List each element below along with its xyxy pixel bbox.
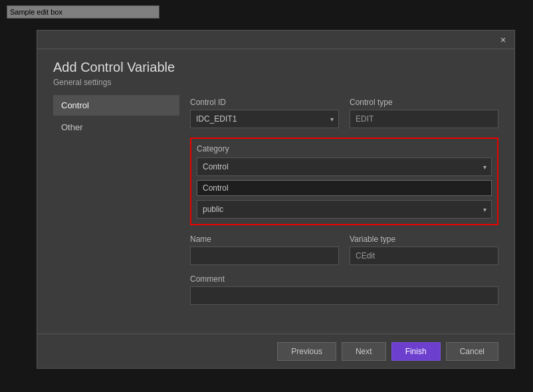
top-fields-row: Control ID IDC_EDIT1 Control type	[190, 98, 498, 128]
variable-type-label: Variable type	[350, 235, 498, 244]
name-vartype-row: Name Variable type	[190, 235, 498, 265]
dialog-title: Add Control Variable	[53, 60, 498, 75]
access-select-wrapper: public protected private	[197, 200, 492, 219]
close-button[interactable]: ×	[497, 34, 509, 46]
sidebar-nav: Control Other	[53, 92, 179, 334]
variable-type-group: Variable type	[350, 235, 498, 265]
variable-type-input	[350, 246, 498, 265]
control-id-select-wrapper: IDC_EDIT1	[190, 110, 339, 128]
control-id-group: Control ID IDC_EDIT1	[190, 98, 339, 128]
control-id-select[interactable]: IDC_EDIT1	[190, 110, 339, 128]
dialog-subtitle: General settings	[53, 78, 498, 87]
category-select-wrapper: Control Value	[197, 157, 492, 176]
main-content: Control ID IDC_EDIT1 Control type Catego…	[179, 92, 498, 334]
dialog-footer: Previous Next Finish Cancel	[37, 334, 514, 368]
cancel-button[interactable]: Cancel	[446, 342, 498, 361]
name-label: Name	[190, 235, 339, 244]
dropdown-option-control[interactable]: Control	[197, 180, 492, 196]
sidebar-item-control[interactable]: Control	[53, 95, 179, 116]
previous-button[interactable]: Previous	[277, 342, 336, 361]
comment-label: Comment	[190, 274, 498, 284]
control-type-group: Control type	[350, 98, 498, 128]
access-row: public protected private	[197, 200, 492, 219]
finish-button[interactable]: Finish	[391, 342, 441, 361]
dialog-titlebar: ×	[37, 31, 514, 49]
comment-input[interactable]	[190, 286, 498, 305]
add-control-variable-dialog: × Add Control Variable General settings …	[37, 30, 515, 369]
comment-section: Comment	[190, 274, 498, 305]
control-type-label: Control type	[350, 98, 498, 107]
category-label: Category	[197, 144, 492, 153]
dialog-header: Add Control Variable General settings	[37, 49, 514, 92]
next-button[interactable]: Next	[342, 342, 386, 361]
control-id-label: Control ID	[190, 98, 339, 107]
name-group: Name	[190, 235, 339, 265]
sidebar-item-other[interactable]: Other	[53, 117, 179, 138]
dialog-body: Control Other Control ID IDC_EDIT1	[37, 92, 514, 334]
category-select[interactable]: Control Value	[197, 157, 492, 176]
category-section: Category Control Value Control	[190, 138, 498, 225]
name-input[interactable]	[190, 246, 339, 265]
control-type-input	[350, 110, 498, 128]
access-select[interactable]: public protected private	[197, 200, 492, 219]
